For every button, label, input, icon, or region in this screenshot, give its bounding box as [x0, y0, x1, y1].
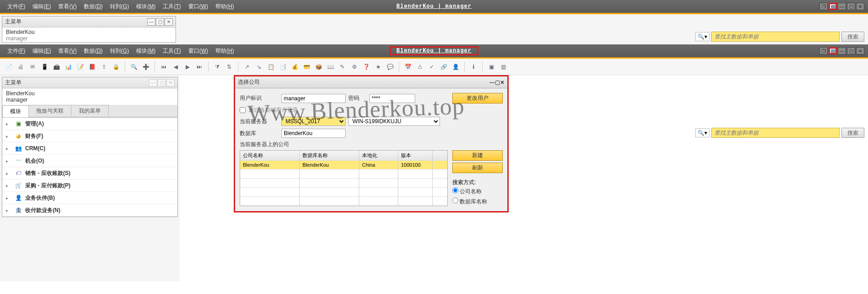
new-button[interactable]: 新建 — [452, 150, 503, 161]
search-input[interactable] — [711, 32, 840, 42]
server-select[interactable]: MSSQL_2017 — [281, 117, 346, 126]
panel-close-icon[interactable]: ✕ — [165, 18, 173, 26]
tree-item-admin[interactable]: ▸▣管理(A) — [2, 118, 177, 130]
alerts-icon[interactable]: ⚠ — [415, 62, 425, 72]
menu-edit-2[interactable]: 编辑(E) — [29, 47, 55, 55]
menu-file[interactable]: 文件(F) — [4, 3, 29, 11]
tab-modules[interactable]: 模块 — [2, 105, 29, 117]
print-icon[interactable]: 🖨 — [16, 62, 26, 72]
tab-dragdrop[interactable]: 拖放与关联 — [28, 105, 71, 117]
search-icon[interactable]: 🔍▾ — [695, 32, 709, 41]
user-icon[interactable]: 👤 — [450, 62, 461, 72]
dialog-min-icon[interactable]: — — [489, 79, 495, 86]
last-icon[interactable]: ⏭ — [194, 62, 204, 72]
dialog-max-icon[interactable]: ▢ — [495, 79, 500, 86]
next-icon[interactable]: ▶ — [182, 62, 192, 72]
close-button[interactable]: ✕ — [856, 3, 864, 10]
volume-icon[interactable]: 📦 — [313, 62, 324, 72]
trans-journal-icon[interactable]: 📖 — [325, 62, 335, 72]
tree-item-sales[interactable]: ▸🏷销售 - 应收账款(S) — [2, 167, 177, 180]
db-input[interactable] — [281, 129, 346, 138]
approval-icon[interactable]: ✓ — [427, 62, 437, 72]
layout-button[interactable]: ▤ — [829, 3, 837, 10]
menu-window-2[interactable]: 窗口(W) — [185, 47, 212, 55]
menu-tools-2[interactable]: 工具(T) — [159, 47, 184, 55]
help-icon[interactable]: ℹ — [468, 62, 478, 72]
cascade-icon[interactable]: ❐ — [819, 3, 828, 10]
import-icon[interactable]: ↘ — [254, 62, 264, 72]
cascade-icon-2[interactable]: ❐ — [819, 47, 828, 54]
launch-icon[interactable]: ⇪ — [99, 62, 109, 72]
calendar-icon[interactable]: 📅 — [403, 62, 413, 72]
refresh-button[interactable]: 刷新 — [452, 163, 503, 173]
maximize-button[interactable]: ▢ — [847, 3, 855, 10]
excel-icon[interactable]: 📊 — [63, 62, 73, 72]
domain-login-checkbox[interactable] — [240, 107, 246, 113]
menu-modules-2[interactable]: 模块(M) — [132, 47, 159, 55]
tree-item-opportunities[interactable]: ▸〰机会(O) — [2, 155, 177, 167]
search-button-2[interactable]: 搜索 — [841, 128, 864, 138]
grid-row-selected[interactable]: BlenderKou BlenderKou China 1000100 — [240, 160, 447, 169]
search-icon-2[interactable]: 🔍▾ — [695, 128, 709, 137]
menu-data-2[interactable]: 数据(D) — [80, 47, 106, 55]
close-button-2[interactable]: ✕ — [856, 47, 864, 54]
panel-minimize-icon[interactable]: — — [147, 18, 155, 26]
messages-icon[interactable]: 💬 — [385, 62, 395, 72]
menu-view[interactable]: 查看(V) — [55, 3, 80, 11]
menu-file-2[interactable]: 文件(F) — [4, 47, 29, 55]
my-menu-icon[interactable]: ★ — [373, 62, 383, 72]
password-input[interactable] — [369, 94, 415, 103]
sidebar-close-icon[interactable]: ✕ — [166, 79, 175, 87]
gross-profit-icon[interactable]: 💰 — [290, 62, 300, 72]
minimize-button[interactable]: — — [838, 3, 846, 10]
menu-edit[interactable]: 编辑(E) — [29, 3, 55, 11]
tree-item-banking[interactable]: ▸🏦收付款业务(N) — [2, 204, 177, 217]
host-select[interactable]: WIN-S199IDKKUJU — [348, 117, 440, 126]
menu-data[interactable]: 数据(D) — [80, 3, 106, 11]
menu-modules[interactable]: 模块(M) — [132, 3, 159, 11]
fax-icon[interactable]: 📠 — [51, 62, 61, 72]
tree-item-crm[interactable]: ▸👥CRM(C) — [2, 142, 177, 155]
panel-maximize-icon[interactable]: ▢ — [156, 18, 164, 26]
layout-designer-icon[interactable]: ✎ — [337, 62, 347, 72]
query-icon[interactable]: ❓ — [361, 62, 371, 72]
tree-item-financials[interactable]: ▸◕财务(F) — [2, 130, 177, 142]
search-input-2[interactable] — [711, 128, 840, 138]
change-user-button[interactable]: 更改用户 — [452, 93, 503, 103]
link-icon[interactable]: 🔗 — [439, 62, 449, 72]
sidebar-max-icon[interactable]: ▢ — [158, 79, 166, 87]
preview-icon[interactable]: 📄 — [4, 62, 14, 72]
menu-goto[interactable]: 转到(G) — [106, 3, 132, 11]
menu-help[interactable]: 帮助(H) — [212, 3, 238, 11]
find-icon[interactable]: 🔍 — [129, 62, 139, 72]
base-doc-icon[interactable]: 📋 — [266, 62, 276, 72]
prev-icon[interactable]: ◀ — [170, 62, 181, 72]
user-id-input[interactable] — [281, 94, 346, 103]
cockpit1-icon[interactable]: ▣ — [486, 62, 496, 72]
sort-icon[interactable]: ⇅ — [224, 62, 234, 72]
form-settings-icon[interactable]: ⚙ — [349, 62, 359, 72]
layout-button-highlighted[interactable]: ▤ — [829, 47, 837, 54]
cockpit2-icon[interactable]: ▥ — [498, 62, 508, 72]
pdf-icon[interactable]: 📕 — [87, 62, 97, 72]
tab-mymenu[interactable]: 我的菜单 — [71, 105, 109, 117]
mail-icon[interactable]: ✉ — [27, 62, 38, 72]
menu-goto-2[interactable]: 转到(G) — [106, 47, 132, 55]
radio-company-name[interactable]: 公司名称 — [452, 186, 503, 196]
sms-icon[interactable]: 📱 — [39, 62, 49, 72]
search-button[interactable]: 搜索 — [841, 32, 864, 42]
menu-help-2[interactable]: 帮助(H) — [212, 47, 238, 55]
sidebar-min-icon[interactable]: — — [149, 79, 157, 87]
maximize-button-2[interactable]: ▢ — [847, 47, 855, 54]
minimize-button-2[interactable]: — — [838, 47, 846, 54]
radio-db-name[interactable]: 数据库名称 — [452, 196, 503, 207]
dialog-close-icon[interactable]: ✕ — [500, 79, 505, 86]
menu-tools[interactable]: 工具(T) — [159, 3, 184, 11]
menu-window[interactable]: 窗口(W) — [185, 3, 212, 11]
export-icon[interactable]: ↗ — [242, 62, 252, 72]
add-icon[interactable]: ➕ — [141, 62, 151, 72]
tree-item-purchasing[interactable]: ▸🛒采购 - 应付账款(P) — [2, 180, 177, 192]
lock-icon[interactable]: 🔒 — [111, 62, 121, 72]
target-doc-icon[interactable]: 📑 — [278, 62, 288, 72]
word-icon[interactable]: 📝 — [75, 62, 85, 72]
